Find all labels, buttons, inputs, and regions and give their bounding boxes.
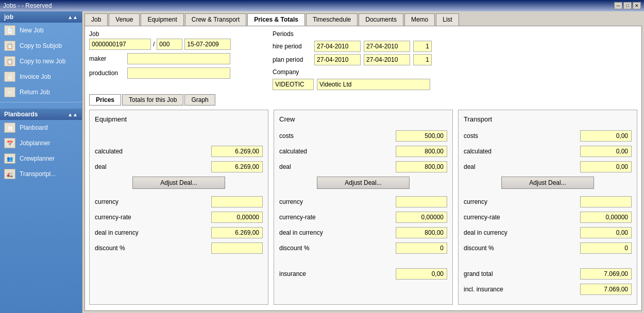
transport-calculated-label: calculated (464, 148, 492, 155)
crew-insurance-row: insurance (279, 268, 447, 280)
transport-calculated-input[interactable] (580, 146, 632, 157)
transport-currency-rate-input[interactable] (580, 212, 632, 223)
crew-discount-label: discount % (279, 245, 310, 252)
hire-to-input[interactable] (364, 41, 410, 52)
sidebar-item-return-job[interactable]: ↩ Return Job (0, 84, 82, 100)
crew-deal-currency-input[interactable] (396, 227, 447, 238)
sub-tab-graph[interactable]: Graph (184, 94, 215, 106)
close-button[interactable]: ✕ (633, 2, 641, 9)
equipment-adjust-btn[interactable]: Adjust Deal... (132, 177, 225, 189)
sidebar-item-copy-subjob[interactable]: 📋 Copy to Subjob (0, 38, 82, 54)
planboard-icon: ▦ (4, 123, 15, 133)
jobplanner-label: Jobplanner (20, 140, 50, 147)
transport-grand-total-row: grand total (464, 268, 632, 280)
tab-memo[interactable]: Memo (404, 13, 435, 26)
tab-timeschedule[interactable]: Timeschedule (306, 13, 358, 26)
tab-list[interactable]: List (436, 13, 459, 26)
transport-deal-currency-input[interactable] (580, 227, 632, 238)
transport-currency-label: currency (464, 198, 487, 205)
crew-adjust-btn[interactable]: Adjust Deal... (317, 177, 410, 189)
sidebar-item-new-job[interactable]: 📄 New Job (0, 23, 82, 38)
maximize-button[interactable]: □ (623, 2, 632, 9)
plan-num-input[interactable] (413, 54, 432, 65)
transport-grand-total-input[interactable] (580, 268, 632, 280)
sub-tab-totals[interactable]: Totals for this Job (122, 94, 183, 106)
crew-currency-label: currency (279, 198, 303, 205)
transport-incl-insurance-input[interactable] (580, 284, 632, 295)
equipment-currency-rate-label: currency-rate (95, 214, 131, 221)
copy-subjob-icon: 📋 (4, 41, 15, 51)
job-number-row: / (89, 39, 264, 50)
tab-venue[interactable]: Venue (109, 13, 140, 26)
equipment-deal-input[interactable] (211, 161, 263, 172)
sub-tabs: Prices Totals for this Job Graph (89, 94, 637, 106)
collapse-icon[interactable]: ▲▲ (67, 14, 78, 20)
sidebar-item-invoice-job[interactable]: 🖨 Invoice Job (0, 69, 82, 84)
transport-column: Transport costs calculated deal Adjust D… (458, 110, 637, 305)
sidebar-item-planboard[interactable]: ▦ Planboard (0, 120, 82, 135)
production-input[interactable] (127, 67, 230, 79)
transport-costs-input[interactable] (580, 130, 632, 142)
sidebar-item-transportplanner[interactable]: 🚛 Transportpl... (0, 166, 82, 182)
crew-deal-input[interactable] (396, 161, 447, 172)
plan-from-input[interactable] (314, 54, 361, 65)
invoice-icon: 🖨 (4, 72, 15, 82)
transport-discount-input[interactable] (580, 242, 632, 254)
job-date-input[interactable] (184, 39, 231, 50)
plan-period-row: plan period (273, 54, 637, 65)
sidebar-job-header: job ▲▲ (0, 11, 82, 23)
hire-num-input[interactable] (413, 41, 432, 52)
sub-tab-prices[interactable]: Prices (89, 94, 121, 106)
tab-documents[interactable]: Documents (359, 13, 403, 26)
crew-currency-rate-input[interactable] (396, 212, 447, 223)
crewplanner-label: Crewplanner (20, 155, 55, 162)
equipment-discount-input[interactable] (211, 242, 263, 254)
transport-adjust-btn[interactable]: Adjust Deal... (501, 177, 594, 189)
crew-calculated-input[interactable] (396, 146, 447, 157)
sidebar-return-label: Return Job (20, 89, 50, 96)
title-text: Jobs - - Reserved (3, 2, 52, 9)
planboards-collapse-icon[interactable]: ▲▲ (67, 112, 78, 117)
transport-discount-label: discount % (464, 245, 494, 252)
transport-grand-total-label: grand total (464, 270, 493, 277)
crew-discount-input[interactable] (396, 242, 447, 254)
hire-from-input[interactable] (314, 41, 361, 52)
job-number-input[interactable] (89, 39, 151, 50)
crew-currency-input[interactable] (396, 196, 447, 207)
equipment-calculated-input[interactable] (211, 146, 263, 157)
production-label: production (89, 69, 125, 77)
maker-input[interactable] (127, 53, 230, 64)
slash-separator: / (153, 41, 155, 48)
crew-deal-currency-label: deal in currency (279, 229, 323, 236)
tab-equipment[interactable]: Equipment (141, 13, 183, 26)
crew-insurance-input[interactable] (396, 268, 447, 280)
company-code-input[interactable] (273, 79, 314, 90)
job-sub-number-input[interactable] (157, 39, 182, 50)
transport-deal-input[interactable] (580, 161, 632, 172)
equipment-deal-currency-input[interactable] (211, 227, 263, 238)
equipment-calculated-label: calculated (95, 148, 123, 155)
equipment-currency-rate-input[interactable] (211, 212, 263, 223)
sidebar-item-jobplanner[interactable]: 📅 Jobplanner (0, 135, 82, 151)
jobplanner-icon: 📅 (4, 138, 15, 148)
plan-to-input[interactable] (364, 54, 410, 65)
equipment-currency-input[interactable] (211, 196, 263, 207)
top-section: Job / maker production (89, 30, 637, 90)
company-name-input[interactable] (317, 79, 430, 90)
job-section: Job / maker production (89, 30, 264, 90)
planboards-section: Planboards ▲▲ ▦ Planboard 📅 Jobplanner 👥… (0, 109, 82, 182)
crew-costs-input[interactable] (396, 130, 447, 142)
crew-calculated-label: calculated (279, 148, 307, 155)
sidebar-item-crewplanner[interactable]: 👥 Crewplanner (0, 151, 82, 166)
transport-calculated-row: calculated (464, 146, 632, 157)
company-row (273, 79, 637, 90)
minimize-button[interactable]: ─ (614, 2, 622, 9)
tab-prices-totals[interactable]: Prices & Totals (247, 13, 305, 26)
transport-currency-input[interactable] (580, 196, 632, 207)
tab-job[interactable]: Job (84, 13, 108, 26)
planboard-label: Planboard (20, 124, 48, 131)
tab-crew-transport[interactable]: Crew & Transport (185, 13, 246, 26)
crew-column: Crew costs calculated deal Adjust Deal..… (274, 110, 453, 305)
equipment-title: Equipment (95, 115, 263, 123)
sidebar-item-copy-new-job[interactable]: 📋 Copy to new Job (0, 54, 82, 69)
